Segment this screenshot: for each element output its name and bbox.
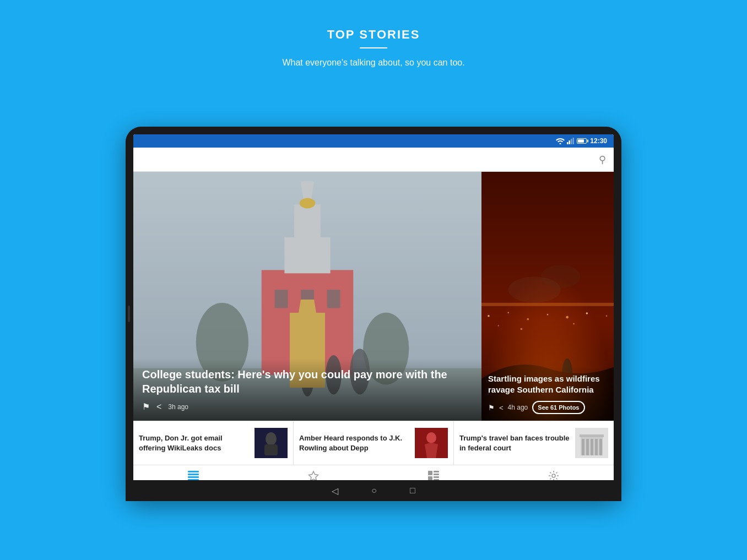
- signal-icon: [567, 138, 575, 144]
- svg-rect-39: [264, 444, 278, 455]
- top-section: TOP STORIES What everyone's talking abou…: [0, 0, 747, 86]
- page-subtitle: What everyone's talking about, so you ca…: [11, 56, 736, 69]
- svg-rect-57: [434, 474, 439, 475]
- top-stories-icon: [188, 471, 199, 481]
- svg-rect-52: [188, 476, 199, 478]
- svg-point-35: [508, 276, 561, 303]
- svg-point-30: [498, 325, 499, 326]
- news-card-2-thumbnail: [415, 428, 448, 458]
- hero-area: College students: Here's why you could p…: [133, 172, 614, 421]
- main-content: College students: Here's why you could p…: [133, 172, 614, 465]
- status-bar: 12:30: [133, 134, 614, 148]
- wifi-icon: [556, 138, 565, 144]
- svg-point-0: [560, 143, 561, 145]
- android-nav-bar: ◁ ○ □: [126, 480, 621, 501]
- see-photos-button[interactable]: See 61 Photos: [532, 401, 584, 414]
- svg-rect-4: [573, 138, 575, 144]
- news-card-2[interactable]: Amber Heard responds to J.K. Rowling abo…: [294, 421, 454, 465]
- svg-marker-54: [309, 471, 318, 481]
- hero-right-time: 4h ago: [508, 404, 528, 411]
- news-card-1-title: Trump, Don Jr. got email offering WikiLe…: [139, 433, 250, 453]
- svg-rect-2: [569, 140, 571, 144]
- svg-rect-47: [595, 439, 598, 455]
- share-icon-right[interactable]: <: [499, 404, 504, 412]
- share-icon[interactable]: <: [156, 402, 161, 412]
- svg-point-28: [586, 312, 588, 314]
- title-divider: [360, 47, 387, 48]
- hero-right-actions: ⚑ < 4h ago See 61 Photos: [488, 401, 607, 414]
- status-icons: 12:30: [556, 137, 607, 145]
- svg-point-38: [266, 432, 277, 445]
- hero-left-title: College students: Here's why you could p…: [142, 367, 473, 396]
- svg-rect-22: [481, 303, 614, 306]
- svg-point-24: [507, 312, 508, 313]
- volume-button: [128, 306, 130, 322]
- svg-point-27: [566, 316, 569, 319]
- thumb-1-svg: [255, 428, 288, 458]
- news-card-2-title: Amber Heard responds to J.K. Rowling abo…: [299, 433, 410, 453]
- svg-rect-51: [188, 474, 199, 475]
- search-bar[interactable]: ⚲: [133, 148, 614, 172]
- svg-point-26: [547, 314, 548, 315]
- hero-story-right[interactable]: Startling images as wildfires ravage Sou…: [481, 172, 614, 421]
- bookmark-icon-right[interactable]: ⚑: [488, 404, 495, 412]
- bookmark-icon[interactable]: ⚑: [142, 401, 150, 412]
- svg-point-23: [488, 315, 490, 317]
- hero-story-left[interactable]: College students: Here's why you could p…: [133, 172, 481, 421]
- tablet-screen: 12:30 ⚲: [133, 134, 614, 493]
- status-time: 12:30: [590, 137, 607, 145]
- svg-rect-49: [580, 434, 604, 437]
- svg-point-61: [552, 474, 555, 477]
- back-button[interactable]: ◁: [332, 486, 338, 496]
- hero-right-title: Startling images as wildfires ravage Sou…: [488, 373, 607, 396]
- svg-point-25: [527, 318, 529, 320]
- svg-point-31: [521, 328, 523, 330]
- hero-left-time: 3h ago: [168, 403, 188, 411]
- news-card-1-thumbnail: [255, 428, 288, 458]
- svg-point-29: [606, 315, 607, 316]
- thumb-2-svg: [415, 428, 448, 458]
- news-card-3-title: Trump's travel ban faces trouble in fede…: [459, 433, 571, 453]
- svg-rect-45: [586, 439, 589, 455]
- hero-right-overlay: Startling images as wildfires ravage Sou…: [481, 367, 614, 421]
- tablet-frame: 12:30 ⚲: [126, 127, 621, 501]
- news-cards-row: Trump, Don Jr. got email offering WikiLe…: [133, 421, 614, 465]
- hero-left-overlay: College students: Here's why you could p…: [133, 358, 481, 421]
- svg-rect-48: [599, 439, 602, 455]
- svg-rect-3: [571, 139, 572, 144]
- svg-point-36: [541, 265, 580, 289]
- hero-left-actions: ⚑ < 3h ago: [142, 401, 473, 412]
- battery-icon: [577, 138, 587, 144]
- sections-icon: [428, 471, 439, 481]
- svg-rect-50: [188, 471, 199, 472]
- svg-rect-44: [582, 439, 584, 455]
- search-icon[interactable]: ⚲: [599, 154, 606, 166]
- svg-rect-1: [567, 142, 569, 144]
- svg-rect-46: [591, 439, 593, 455]
- popular-icon: [308, 470, 319, 481]
- svg-rect-56: [434, 471, 439, 472]
- thumb-3-svg: [575, 428, 608, 458]
- svg-point-41: [426, 432, 436, 443]
- page-title: TOP STORIES: [11, 28, 736, 42]
- home-button[interactable]: ○: [371, 486, 377, 496]
- news-card-3-thumbnail: [575, 428, 608, 458]
- svg-point-32: [573, 323, 574, 324]
- settings-icon: [548, 470, 559, 481]
- news-card-3[interactable]: Trump's travel ban faces trouble in fede…: [454, 421, 614, 465]
- recents-button[interactable]: □: [410, 486, 415, 496]
- news-card-1[interactable]: Trump, Don Jr. got email offering WikiLe…: [133, 421, 294, 465]
- svg-rect-55: [428, 471, 432, 475]
- svg-rect-59: [434, 476, 439, 478]
